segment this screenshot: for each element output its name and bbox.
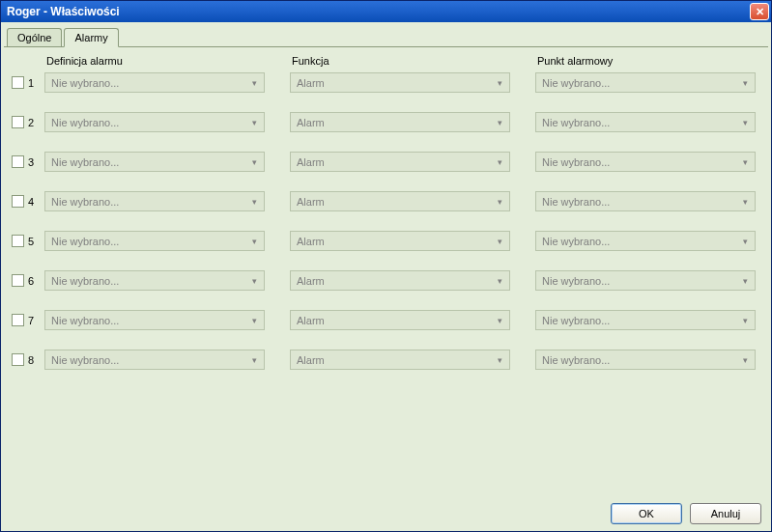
- chevron-down-icon: ▾: [738, 115, 753, 129]
- alarm-row: 8Nie wybrano...▾Alarm▾Nie wybrano...▾: [12, 350, 760, 370]
- alarm-definition-value: Nie wybrano...: [51, 315, 247, 326]
- row-number: 2: [28, 117, 44, 128]
- function-combo[interactable]: Alarm▾: [290, 72, 510, 93]
- chevron-down-icon: ▾: [738, 234, 753, 248]
- row-number: 4: [28, 196, 44, 208]
- function-value: Alarm: [297, 117, 493, 128]
- function-combo[interactable]: Alarm▾: [290, 310, 510, 330]
- chevron-down-icon: ▾: [738, 154, 753, 169]
- row-number: 6: [28, 275, 44, 287]
- alarm-definition-combo[interactable]: Nie wybrano...▾: [44, 270, 265, 291]
- alarm-point-combo[interactable]: Nie wybrano...▾: [535, 231, 756, 251]
- dialog-footer: OK Anuluj: [1, 496, 771, 531]
- alarm-definition-combo[interactable]: Nie wybrano...▾: [44, 350, 265, 370]
- row-enable-checkbox[interactable]: [12, 274, 24, 287]
- chevron-down-icon: ▾: [493, 154, 507, 169]
- tab-alarms-label: Alarmy: [74, 32, 107, 43]
- dialog-window: Roger - Właściwości ✕ Ogólne Alarmy Defi…: [0, 0, 772, 532]
- close-button[interactable]: ✕: [750, 3, 769, 20]
- row-enable-checkbox[interactable]: [12, 235, 24, 247]
- function-combo[interactable]: Alarm▾: [290, 270, 510, 291]
- function-value: Alarm: [297, 236, 493, 247]
- close-icon: ✕: [756, 6, 764, 18]
- function-value: Alarm: [297, 315, 493, 326]
- row-number: 8: [28, 354, 44, 366]
- alarm-point-combo[interactable]: Nie wybrano...▾: [535, 152, 756, 172]
- chevron-down-icon: ▾: [493, 352, 507, 367]
- cancel-button-label: Anuluj: [711, 508, 741, 519]
- header-alarm-point: Punkt alarmowy: [537, 55, 760, 67]
- function-value: Alarm: [297, 196, 493, 208]
- header-spacer: [12, 55, 46, 67]
- chevron-down-icon: ▾: [493, 273, 507, 288]
- alarm-row: 4Nie wybrano...▾Alarm▾Nie wybrano...▾: [12, 191, 760, 211]
- row-number: 7: [28, 315, 44, 326]
- alarm-point-combo[interactable]: Nie wybrano...▾: [535, 72, 756, 93]
- alarm-point-value: Nie wybrano...: [542, 156, 738, 168]
- tab-content-alarms: Definicja alarmu Funkcja Punkt alarmowy …: [4, 46, 768, 496]
- titlebar: Roger - Właściwości ✕: [1, 1, 771, 22]
- header-definition: Definicja alarmu: [46, 55, 292, 67]
- alarm-definition-value: Nie wybrano...: [51, 275, 247, 287]
- chevron-down-icon: ▾: [738, 75, 753, 90]
- chevron-down-icon: ▾: [247, 75, 262, 90]
- chevron-down-icon: ▾: [247, 115, 262, 129]
- chevron-down-icon: ▾: [247, 154, 262, 169]
- alarm-definition-combo[interactable]: Nie wybrano...▾: [44, 231, 265, 251]
- function-combo[interactable]: Alarm▾: [290, 350, 510, 370]
- row-enable-checkbox[interactable]: [12, 116, 24, 128]
- tab-alarms[interactable]: Alarmy: [64, 28, 118, 47]
- tab-strip: Ogólne Alarmy: [1, 22, 771, 46]
- row-enable-checkbox[interactable]: [12, 155, 24, 168]
- header-function: Funkcja: [292, 55, 537, 67]
- window-title: Roger - Właściwości: [7, 5, 750, 18]
- alarm-definition-combo[interactable]: Nie wybrano...▾: [44, 191, 265, 211]
- tab-general-label: Ogólne: [17, 32, 51, 43]
- alarm-point-value: Nie wybrano...: [542, 275, 738, 287]
- alarm-definition-value: Nie wybrano...: [51, 236, 247, 247]
- ok-button[interactable]: OK: [611, 503, 682, 524]
- alarm-point-combo[interactable]: Nie wybrano...▾: [535, 270, 756, 291]
- alarm-definition-combo[interactable]: Nie wybrano...▾: [44, 72, 265, 93]
- chevron-down-icon: ▾: [493, 313, 507, 327]
- alarm-row: 5Nie wybrano...▾Alarm▾Nie wybrano...▾: [12, 231, 760, 251]
- alarm-definition-value: Nie wybrano...: [51, 354, 247, 366]
- alarm-definition-combo[interactable]: Nie wybrano...▾: [44, 152, 265, 172]
- function-value: Alarm: [297, 77, 493, 89]
- function-value: Alarm: [297, 156, 493, 168]
- row-enable-checkbox[interactable]: [12, 353, 24, 366]
- cancel-button[interactable]: Anuluj: [690, 503, 761, 524]
- row-enable-checkbox[interactable]: [12, 195, 24, 208]
- alarm-row: 2Nie wybrano...▾Alarm▾Nie wybrano...▾: [12, 112, 760, 132]
- alarm-row: 7Nie wybrano...▾Alarm▾Nie wybrano...▾: [12, 310, 760, 330]
- function-combo[interactable]: Alarm▾: [290, 112, 510, 132]
- chevron-down-icon: ▾: [738, 194, 753, 209]
- alarm-point-combo[interactable]: Nie wybrano...▾: [535, 310, 756, 330]
- chevron-down-icon: ▾: [247, 194, 262, 209]
- function-value: Alarm: [297, 275, 493, 287]
- row-enable-checkbox[interactable]: [12, 76, 24, 89]
- function-combo[interactable]: Alarm▾: [290, 152, 510, 172]
- row-enable-checkbox[interactable]: [12, 314, 24, 326]
- tab-general[interactable]: Ogólne: [7, 28, 62, 47]
- alarm-point-combo[interactable]: Nie wybrano...▾: [535, 191, 756, 211]
- alarm-point-combo[interactable]: Nie wybrano...▾: [535, 350, 756, 370]
- alarm-point-value: Nie wybrano...: [542, 77, 738, 89]
- alarm-point-combo[interactable]: Nie wybrano...▾: [535, 112, 756, 132]
- alarm-definition-value: Nie wybrano...: [51, 77, 247, 89]
- function-combo[interactable]: Alarm▾: [290, 191, 510, 211]
- alarm-definition-combo[interactable]: Nie wybrano...▾: [44, 310, 265, 330]
- chevron-down-icon: ▾: [493, 234, 507, 248]
- alarm-row: 6Nie wybrano...▾Alarm▾Nie wybrano...▾: [12, 270, 760, 291]
- row-number: 1: [28, 77, 44, 89]
- row-number: 5: [28, 236, 44, 247]
- alarm-row: 1Nie wybrano...▾Alarm▾Nie wybrano...▾: [12, 72, 760, 93]
- alarm-definition-combo[interactable]: Nie wybrano...▾: [44, 112, 265, 132]
- chevron-down-icon: ▾: [247, 313, 262, 327]
- chevron-down-icon: ▾: [493, 115, 507, 129]
- function-combo[interactable]: Alarm▾: [290, 231, 510, 251]
- rows-container: 1Nie wybrano...▾Alarm▾Nie wybrano...▾2Ni…: [12, 72, 760, 370]
- alarm-definition-value: Nie wybrano...: [51, 196, 247, 208]
- chevron-down-icon: ▾: [493, 75, 507, 90]
- chevron-down-icon: ▾: [493, 194, 507, 209]
